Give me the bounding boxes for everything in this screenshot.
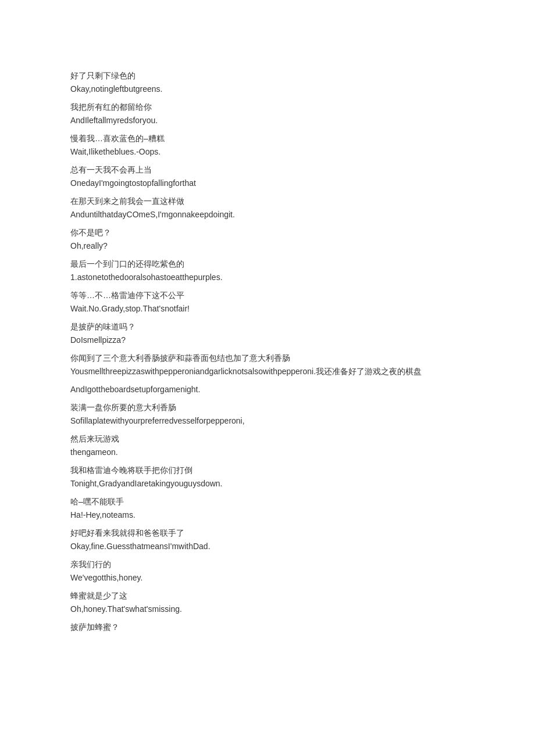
chinese-line-3: 总有一天我不会再上当 <box>70 164 465 176</box>
english-line-17: Oh,honey.That'swhat'smissing. <box>70 603 465 615</box>
chinese-line-6: 最后一个到门口的还得吃紫色的 <box>70 258 465 270</box>
english-line-1: AndIleftallmyredsforyou. <box>70 114 465 127</box>
chinese-line-9: 你闻到了三个意大利香肠披萨和蒜香面包结也加了意大利香肠 <box>70 352 465 364</box>
english-line-10: AndIgottheboardsetupforgamenight. <box>70 384 465 396</box>
english-line-12: thengameon. <box>70 446 465 458</box>
chinese-line-15: 好吧好看来我就得和爸爸联手了 <box>70 527 465 539</box>
english-line-2: Wait,Iliketheblues.-Oops. <box>70 146 465 158</box>
english-line-4: AnduntilthatdayCOmeS,I'mgonnakeepdoingit… <box>70 209 465 221</box>
chinese-line-11: 装满一盘你所要的意大利香肠 <box>70 402 465 414</box>
chinese-line-16: 亲我们行的 <box>70 558 465 571</box>
chinese-line-18: 披萨加蜂蜜？ <box>70 621 465 633</box>
english-line-15: Okay,fine.GuessthatmeansI'mwithDad. <box>70 540 465 553</box>
chinese-line-0: 好了只剩下绿色的 <box>70 70 465 82</box>
chinese-line-14: 哈–嘿不能联手 <box>70 496 465 508</box>
chinese-line-1: 我把所有红的都留给你 <box>70 101 465 113</box>
english-line-11: Sofillaplatewithyourpreferredvesselforpe… <box>70 415 465 427</box>
english-line-5: Oh,really? <box>70 240 465 252</box>
chinese-line-5: 你不是吧？ <box>70 227 465 239</box>
english-line-9: Yousmellthreepizzaswithpepperoniandgarli… <box>70 366 465 378</box>
content-container: 好了只剩下绿色的Okay,notingleftbutgreens.我把所有红的都… <box>70 70 465 633</box>
chinese-line-2: 慢着我…喜欢蓝色的–糟糕 <box>70 132 465 145</box>
english-line-6: 1.astonetothedooralsohastoeatthepurples. <box>70 271 465 284</box>
english-line-8: DoIsmellpizza? <box>70 334 465 346</box>
english-line-13: Tonight,GradyandIaretakingyouguysdown. <box>70 478 465 490</box>
chinese-line-12: 然后来玩游戏 <box>70 433 465 445</box>
chinese-line-8: 是披萨的味道吗？ <box>70 321 465 333</box>
english-line-0: Okay,notingleftbutgreens. <box>70 83 465 95</box>
chinese-line-17: 蜂蜜就是少了这 <box>70 590 465 602</box>
chinese-line-13: 我和格雷迪今晚将联手把你们打倒 <box>70 464 465 476</box>
english-line-14: Ha!-Hey,noteams. <box>70 509 465 521</box>
english-line-16: We'vegotthis,honey. <box>70 572 465 584</box>
chinese-line-4: 在那天到来之前我会一直这样做 <box>70 195 465 207</box>
english-line-3: OnedayI'mgoingtostopfallingforthat <box>70 177 465 189</box>
english-line-7: Wait.No.Grady,stop.That'snotfair! <box>70 303 465 315</box>
chinese-line-7: 等等…不…格雷迪停下这不公平 <box>70 289 465 302</box>
